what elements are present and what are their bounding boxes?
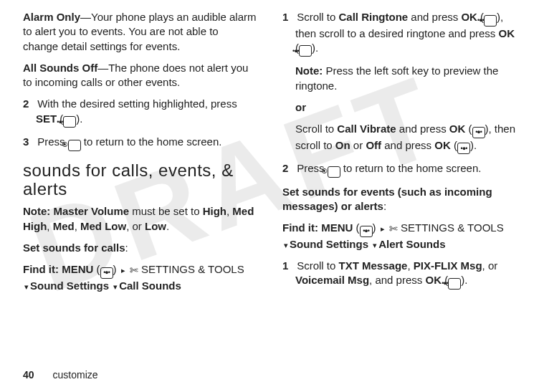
center-key-icon: •●•	[448, 278, 461, 290]
nav-right-icon	[120, 263, 127, 275]
v-med: Med	[53, 220, 75, 232]
center-key-icon: •●•	[63, 116, 76, 128]
alert-sounds: Alert Sounds	[378, 238, 445, 250]
set-calls-colon: :	[125, 242, 128, 254]
nav-down-icon	[371, 238, 378, 250]
st-label: SETTINGS & TOOLS	[141, 263, 244, 275]
v1g: (	[451, 139, 457, 151]
events-step-1: 1 Scroll to TXT Message, PIX-FLIX Msg, o…	[282, 259, 516, 290]
nav-right-icon	[379, 221, 386, 234]
r1a: Scroll to	[297, 11, 338, 23]
pix-flix-msg: PIX-FLIX Msg	[414, 259, 482, 272]
off-label: Off	[366, 139, 381, 151]
txt-message: TXT Message	[339, 259, 408, 272]
r2-num: 2	[282, 161, 294, 176]
sound-settings: Sound Settings	[290, 238, 368, 250]
events-colon: :	[383, 200, 386, 212]
right-column: 1 Scroll to Call Ringtone and press OK (…	[270, 10, 516, 344]
or-label: or	[295, 101, 306, 113]
v1a: Scroll to	[295, 123, 337, 135]
center-key-icon: •●•	[484, 15, 497, 27]
nav-down-icon	[112, 279, 119, 292]
master-volume: Master Volume	[54, 205, 130, 217]
ok-key: OK	[449, 123, 466, 135]
tools-icon: ✄	[389, 222, 398, 236]
ne: ,	[75, 220, 80, 232]
find2-label: Find it:	[282, 221, 318, 234]
nd: ,	[47, 220, 52, 232]
v1c: (	[465, 123, 472, 135]
alarm-only-title: Alarm Only	[23, 11, 80, 23]
find-it-events: Find it: MENU (•●•) ✄ SETTINGS & TOOLS S…	[282, 221, 516, 252]
r1b: and press	[408, 11, 461, 23]
sound-settings: Sound Settings	[30, 279, 109, 292]
end-key-icon: ⦿	[68, 140, 81, 151]
end-key-icon: ⦿	[328, 166, 340, 178]
st2-label: SETTINGS & TOOLS	[401, 221, 504, 234]
ok-key: OK	[425, 274, 442, 286]
ok-key: OK	[461, 11, 477, 23]
set-sounds-events: Set sounds for events (such as incoming …	[282, 185, 516, 214]
call-vibrate-para: Scroll to Call Vibrate and press OK (•●•…	[282, 122, 516, 154]
v-low: Low	[145, 220, 166, 232]
step-2-text-c: ).	[76, 113, 82, 125]
v-high: High	[203, 205, 226, 217]
f2b: )	[373, 221, 379, 234]
center-key-icon: •●•	[472, 127, 485, 138]
tools-icon: ✄	[130, 264, 138, 277]
r2b: to return to the home screen.	[340, 162, 482, 174]
call-vibrate: Call Vibrate	[337, 123, 396, 135]
center-key-icon: •●•	[100, 267, 113, 279]
nav-down-icon	[282, 238, 290, 250]
v1f: and press	[381, 139, 434, 151]
preview-note: Note: Press the left soft key to preview…	[282, 64, 516, 93]
e1-num: 1	[282, 259, 294, 273]
e1c: , or	[482, 259, 498, 272]
e1d: , and press	[369, 274, 425, 286]
on-label: On	[335, 139, 350, 151]
ok-key: OK	[499, 27, 515, 39]
page-number: 40	[23, 369, 34, 381]
v1e: or	[350, 139, 366, 151]
nb: must be set to	[129, 205, 203, 217]
events-label: Set sounds for events (such as incoming …	[282, 186, 492, 212]
e1f: ).	[461, 274, 467, 286]
fpa: (	[93, 263, 100, 275]
set-sounds-calls: Set sounds for calls:	[23, 241, 257, 255]
center-key-icon: •●•	[360, 226, 373, 237]
all-off-title: All Sounds Off	[23, 62, 97, 74]
r1f: ).	[312, 42, 318, 54]
right-step-1: 1 Scroll to Call Ringtone and press OK (…	[282, 10, 516, 57]
alarm-only-para: Alarm Only—Your phone plays an audible a…	[23, 10, 257, 54]
right-step-2: 2 Press ⦿ to return to the home screen.	[282, 161, 516, 178]
set-calls-label: Set sounds for calls	[23, 242, 125, 254]
e1b: ,	[407, 259, 413, 272]
or-line: or	[282, 100, 516, 115]
step-3: 3 Press ⦿ to return to the home screen.	[23, 135, 257, 151]
note2-label: Note:	[295, 64, 323, 77]
note-label: Note:	[23, 205, 50, 217]
step-3-num: 3	[23, 135, 34, 149]
page-footer: 40customize	[23, 368, 98, 382]
all-sounds-off-para: All Sounds Off—The phone does not alert …	[23, 61, 257, 90]
nf: , or	[126, 220, 145, 232]
v-medlow: Med Low	[80, 220, 126, 232]
menu-key: MENU	[321, 221, 353, 234]
left-column: Alarm Only—Your phone plays an audible a…	[23, 10, 270, 344]
menu-key: MENU	[62, 263, 93, 275]
v1h: ).	[470, 139, 477, 151]
voicemail-msg: Voicemail Msg	[295, 274, 369, 286]
r1-num: 1	[282, 10, 294, 24]
ng: .	[166, 220, 169, 232]
f2a: (	[353, 221, 359, 234]
call-sounds: Call Sounds	[119, 279, 181, 292]
find-it-label: Find it:	[23, 263, 59, 275]
e1a: Scroll to	[297, 259, 338, 272]
footer-section: customize	[53, 369, 98, 381]
step-2-num: 2	[23, 97, 34, 111]
find-it-calls: Find it: MENU (•●•) ✄ SETTINGS & TOOLS S…	[23, 262, 257, 293]
call-ringtone: Call Ringtone	[339, 11, 409, 23]
nav-down-icon	[23, 279, 30, 292]
section-heading: sounds for calls, events, & alerts	[23, 161, 257, 199]
center-key-icon: •●•	[457, 143, 470, 154]
